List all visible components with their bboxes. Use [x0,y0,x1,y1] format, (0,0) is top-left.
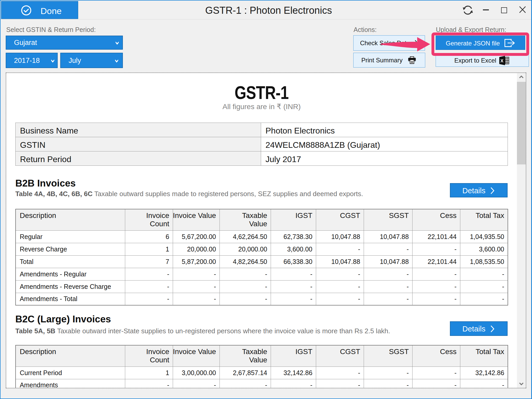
svg-text:X: X [501,58,504,63]
